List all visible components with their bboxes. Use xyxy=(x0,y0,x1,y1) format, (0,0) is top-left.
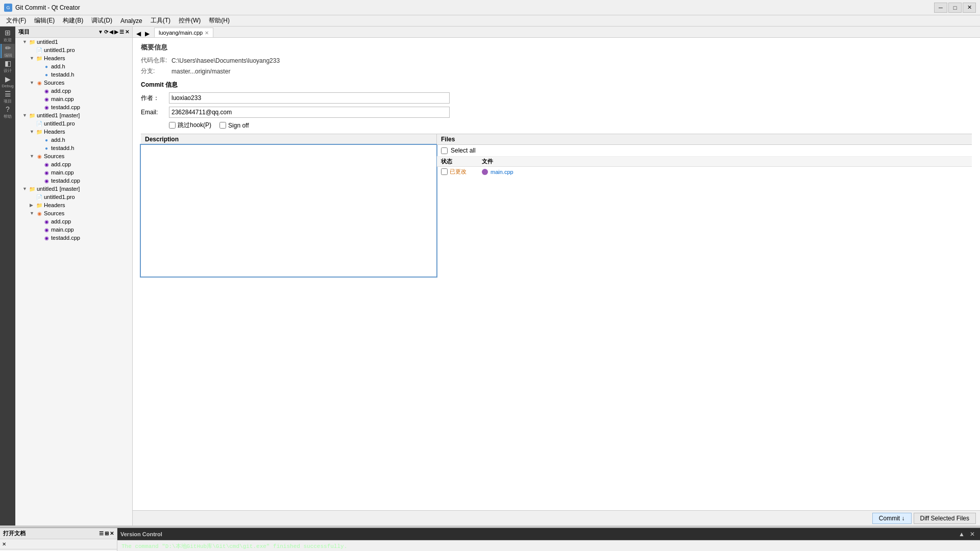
tree-project-3[interactable]: ▼ 📁 untitled1 [master] xyxy=(15,185,132,193)
terminal-expand[interactable]: ▲ xyxy=(957,531,967,538)
tree-main-cpp-1[interactable]: ◉ main.cpp xyxy=(15,95,132,103)
tab-main-cpp[interactable]: luoyang/main.cpp ✕ xyxy=(154,28,213,38)
select-all-checkbox[interactable] xyxy=(441,147,448,154)
project-panel-header: 项目 ▼ ⟳ ◀ ▶ ☰ ✕ xyxy=(15,27,132,38)
tree-testadd-h-2[interactable]: ● testadd.h xyxy=(15,144,132,152)
help-btn[interactable]: ? 帮助 xyxy=(1,105,15,119)
design-btn[interactable]: ◧ 设计 xyxy=(1,59,15,73)
tree-sources-2[interactable]: ▼ ◉ Sources xyxy=(15,152,132,160)
tree-project-2[interactable]: ▼ 📁 untitled1 [master] xyxy=(15,111,132,119)
commit-panel: 概要信息 代码仓库: C:\Users\hasee\Documents\luoy… xyxy=(133,38,980,510)
file-row-0[interactable]: 已更改 main.cpp xyxy=(437,167,972,177)
project-menu-btn[interactable]: ☰ xyxy=(119,29,124,35)
maximize-button[interactable]: □ xyxy=(948,3,962,13)
tree-headers-2[interactable]: ▼ 📁 Headers xyxy=(15,128,132,136)
nav-forward[interactable]: ▶ xyxy=(143,30,151,37)
files-table-header: 状态 文件 xyxy=(437,157,972,167)
icon-sidebar: ⊞ 欢迎 ✏ 编辑 ◧ 设计 ▶ Debug ☰ 项目 ? 帮助 xyxy=(0,27,15,525)
tree-headers-1[interactable]: ▼ 📁 Headers xyxy=(15,54,132,62)
project-nav-prev[interactable]: ◀ xyxy=(109,29,113,35)
tree-add-h-2[interactable]: ● add.h xyxy=(15,136,132,144)
tree-sources-3[interactable]: ▼ ◉ Sources xyxy=(15,209,132,217)
files-panel: Files Select all 状态 文件 已更改 xyxy=(437,134,972,277)
description-textarea[interactable] xyxy=(141,145,436,277)
menu-controls[interactable]: 控件(W) xyxy=(175,15,205,26)
tree-testadd-cpp-2[interactable]: ◉ testadd.cpp xyxy=(15,177,132,185)
nav-back[interactable]: ◀ xyxy=(135,30,142,37)
menu-build[interactable]: 构建(B) xyxy=(59,15,87,26)
open-files-header: 打开文档 ☰ ⊞ ✕ xyxy=(0,528,117,539)
email-row: Email: xyxy=(141,107,972,118)
tree-headers-3[interactable]: ▶ 📁 Headers xyxy=(15,201,132,209)
file-checkbox-0[interactable] xyxy=(441,168,448,175)
terminal-title: Version Control xyxy=(120,531,162,537)
terminal-panel: Version Control ▲ ✕ The command "D:\本地Gi… xyxy=(117,528,980,551)
repo-value: C:\Users\hasee\Documents\luoyang233 xyxy=(172,57,280,64)
tree-add-h-1[interactable]: ● add.h xyxy=(15,62,132,70)
skip-hook-label[interactable]: 跳过hook(P) xyxy=(169,121,211,130)
tree-main-cpp-2[interactable]: ◉ main.cpp xyxy=(15,168,132,177)
menu-analyze[interactable]: Analyze xyxy=(116,16,146,26)
menu-help[interactable]: 帮助(H) xyxy=(205,15,234,26)
tree-add-cpp-2[interactable]: ◉ add.cpp xyxy=(15,160,132,168)
tree-testadd-cpp-1[interactable]: ◉ testadd.cpp xyxy=(15,103,132,111)
project-sync-btn[interactable]: ⟳ xyxy=(104,29,108,35)
author-label: 作者： xyxy=(141,94,169,103)
project-nav-next[interactable]: ▶ xyxy=(114,29,118,35)
terminal-collapse[interactable]: ✕ xyxy=(968,531,977,538)
author-input[interactable] xyxy=(169,92,450,104)
title-bar: G Git Commit - Qt Creator ─ □ ✕ xyxy=(0,0,980,15)
project-filter-btn[interactable]: ▼ xyxy=(98,29,103,35)
minimize-button[interactable]: ─ xyxy=(934,3,947,13)
tree-untitled1-pro-2[interactable]: 📄 untitled1.pro xyxy=(15,119,132,128)
project-panel-title: 项目 xyxy=(18,28,30,36)
sign-off-label[interactable]: Sign off xyxy=(219,122,249,129)
open-files-expand[interactable]: ⊞ xyxy=(105,531,109,536)
term-line-0: The command "D:\本地GitHub库\Git\cmd\git.ex… xyxy=(121,542,976,551)
sign-off-checkbox[interactable] xyxy=(219,122,226,129)
tree-untitled1-pro-1[interactable]: 📄 untitled1.pro xyxy=(15,46,132,54)
tree-sources-1[interactable]: ▼ ◉ Sources xyxy=(15,79,132,87)
open-files-panel: 打开文档 ☰ ⊞ ✕ ✕ Git Commit Git Show luoyang… xyxy=(0,528,117,551)
checkbox-row: 跳过hook(P) Sign off xyxy=(169,121,972,130)
menu-debug[interactable]: 调试(D) xyxy=(87,15,116,26)
commit-button[interactable]: Commit ↓ xyxy=(872,513,912,524)
file-col-header: 文件 xyxy=(482,158,968,165)
open-files-menu[interactable]: ☰ xyxy=(99,531,104,536)
tree-untitled1-pro-3[interactable]: 📄 untitled1.pro xyxy=(15,193,132,201)
author-row: 作者： xyxy=(141,92,972,104)
tab-label: luoyang/main.cpp xyxy=(159,30,203,36)
menu-edit[interactable]: 编辑(E) xyxy=(30,15,59,26)
tree-testadd-cpp-3[interactable]: ◉ testadd.cpp xyxy=(15,234,132,242)
email-input[interactable] xyxy=(169,107,450,118)
menu-file[interactable]: 文件(F) xyxy=(2,15,30,26)
project-close-btn[interactable]: ✕ xyxy=(125,29,129,35)
open-files-close[interactable]: ✕ xyxy=(110,531,114,536)
branch-row: 分支: master...origin/master xyxy=(141,67,972,76)
welcome-btn[interactable]: ⊞ 欢迎 xyxy=(1,29,15,43)
tree-project-1[interactable]: ▼ 📁 untitled1 xyxy=(15,38,132,46)
open-files-title: 打开文档 xyxy=(3,530,26,537)
menu-tools[interactable]: 工具(T) xyxy=(146,15,175,26)
description-panel: Description xyxy=(141,134,437,277)
app-icon: G xyxy=(4,4,12,12)
project-tree: ▼ 📁 untitled1 📄 untitled1.pro ▼ 📁 Header… xyxy=(15,38,132,525)
terminal-toolbar: Version Control ▲ ✕ xyxy=(117,528,980,540)
file-status-0: 已更改 xyxy=(450,168,467,176)
edit-btn[interactable]: ✏ 编辑 xyxy=(1,44,15,58)
tree-testadd-h-1[interactable]: ● testadd.h xyxy=(15,70,132,79)
file-name-0: main.cpp xyxy=(482,169,513,175)
files-header: Files xyxy=(437,134,972,145)
open-files-close-all[interactable]: ✕ xyxy=(1,541,7,547)
tree-add-cpp-1[interactable]: ◉ add.cpp xyxy=(15,87,132,95)
close-button[interactable]: ✕ xyxy=(963,3,976,13)
tab-close-btn[interactable]: ✕ xyxy=(205,30,209,36)
tree-add-cpp-3[interactable]: ◉ add.cpp xyxy=(15,217,132,226)
diff-selected-button[interactable]: Diff Selected Files xyxy=(914,513,976,524)
tree-main-cpp-3[interactable]: ◉ main.cpp xyxy=(15,226,132,234)
skip-hook-checkbox[interactable] xyxy=(169,122,176,129)
branch-label: 分支: xyxy=(141,67,172,76)
branch-value: master...origin/master xyxy=(172,68,230,75)
debug-btn[interactable]: ▶ Debug xyxy=(1,74,15,89)
project-btn[interactable]: ☰ 项目 xyxy=(1,90,15,104)
